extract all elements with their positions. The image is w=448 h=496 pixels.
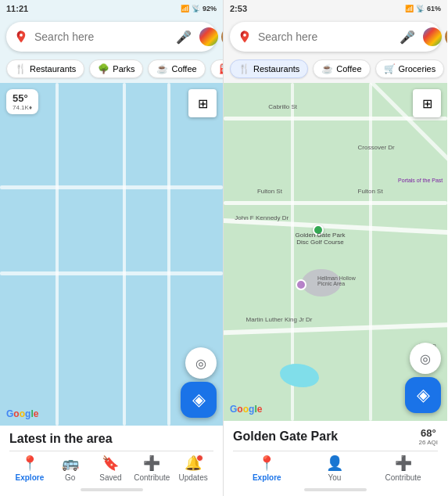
right-search-input[interactable] xyxy=(258,31,395,43)
category-chip-gas[interactable]: ⛽ Gas xyxy=(210,59,223,78)
category-parks-label: Parks xyxy=(113,64,134,74)
left-search-bar[interactable]: 🎤 xyxy=(6,22,217,52)
right-you-label: You xyxy=(328,473,341,482)
right-nav-explore[interactable]: 📍 Explore xyxy=(249,455,284,482)
category-chip-parks[interactable]: 🌳 Parks xyxy=(89,59,143,78)
road-v2 xyxy=(123,83,126,426)
category-chip-restaurants[interactable]: 🍴 Restaurants xyxy=(6,59,84,78)
right-coffee-icon: ☕ xyxy=(321,63,333,74)
right-weather-badge: 68° 26 AQI xyxy=(419,427,438,446)
right-battery-icon: 61% xyxy=(427,5,441,13)
nav-updates[interactable]: 🔔 Updates xyxy=(176,455,210,482)
nav-explore[interactable]: 📍 Explore xyxy=(13,455,47,482)
right-category-chip-groceries[interactable]: 🛒 Groceries xyxy=(375,59,445,78)
go-label: Go xyxy=(65,473,75,482)
right-weather-temp: 68° xyxy=(421,427,436,439)
maps-logo-icon xyxy=(14,30,28,44)
right-you-icon: 👤 xyxy=(326,455,343,472)
left-home-indicator xyxy=(81,488,143,491)
nav-saved[interactable]: 🔖 Saved xyxy=(93,455,127,482)
right-time: 2:53 xyxy=(230,4,247,13)
road-h2 xyxy=(0,271,223,275)
contribute-label: Contribute xyxy=(134,473,170,482)
category-chip-coffee[interactable]: ☕ Coffee xyxy=(148,59,205,78)
right-category-chip-restaurants[interactable]: 🍴 Restaurants xyxy=(230,59,308,78)
right-search-bar[interactable]: 🎤 xyxy=(230,22,441,52)
left-bottom-nav: 📍 Explore 🚌 Go 🔖 Saved ➕ Contribute 🔔 Up… xyxy=(9,451,213,485)
explore-icon: 📍 xyxy=(21,455,38,472)
mlk-label: Martin Luther King Jr Dr xyxy=(246,316,313,323)
right-category-coffee-label: Coffee xyxy=(336,64,361,74)
right-home-indicator xyxy=(304,488,367,491)
latest-title: Latest in the area xyxy=(9,432,213,446)
right-google-logo: Google xyxy=(230,404,262,415)
left-status-icons: 📶 📡 92% xyxy=(181,5,217,13)
right-contribute-label: Contribute xyxy=(385,473,421,482)
left-time: 11:21 xyxy=(6,4,28,13)
right-maps-logo-icon xyxy=(238,30,252,44)
cabrillo-st xyxy=(224,117,447,120)
left-bottom-panel: Latest in the area 📍 Explore 🚌 Go 🔖 Save… xyxy=(0,426,223,496)
left-search-container: 🎤 xyxy=(0,17,223,56)
right-explore-label: Explore xyxy=(253,473,281,482)
nav-go[interactable]: 🚌 Go xyxy=(53,455,88,482)
restaurants-icon: 🍴 xyxy=(15,63,27,74)
right-map-area[interactable]: Cabrillo St Fulton St John F Kennedy Dr … xyxy=(224,83,447,421)
left-locate-button[interactable]: ◎ xyxy=(185,347,217,379)
weather-sub: 74.1K♦ xyxy=(13,104,32,111)
right-lens-icon[interactable] xyxy=(423,27,442,46)
left-map-background: 55° 74.1K♦ ⊞ ◎ ◈ Google xyxy=(0,83,223,426)
lens-icon[interactable] xyxy=(199,27,218,46)
hellman-label: Hellman HollowPicnic Area xyxy=(317,275,356,286)
updates-icon: 🔔 xyxy=(185,455,202,472)
left-layers-button[interactable]: ⊞ xyxy=(188,89,217,117)
mic-icon[interactable]: 🎤 xyxy=(176,30,192,45)
fulton-right-label: Fulton St xyxy=(358,188,383,195)
water-area xyxy=(280,364,319,387)
contribute-icon: ➕ xyxy=(143,455,160,472)
right-avatar[interactable] xyxy=(445,27,447,47)
left-google-logo: Google xyxy=(6,408,38,419)
hellman-marker xyxy=(296,279,306,290)
crossover-label: Crossover Dr xyxy=(358,144,395,151)
left-weather-widget: 55° 74.1K♦ xyxy=(6,89,38,114)
right-category-chip-coffee[interactable]: ☕ Coffee xyxy=(313,59,370,78)
svg-point-0 xyxy=(20,34,23,37)
right-locate-button[interactable]: ◎ xyxy=(410,343,441,374)
fulton-st xyxy=(224,201,447,205)
road-v3 xyxy=(167,83,170,426)
location-name: Golden Gate Park xyxy=(233,430,338,444)
saved-label: Saved xyxy=(99,473,121,482)
left-map-area[interactable]: 55° 74.1K♦ ⊞ ◎ ◈ Google xyxy=(0,83,223,426)
right-explore-icon: 📍 xyxy=(258,455,275,472)
right-nav-button[interactable]: ◈ xyxy=(405,377,441,413)
right-nav-you[interactable]: 👤 You xyxy=(317,455,352,482)
portals-label: Portals of the Past xyxy=(398,178,443,183)
right-signal-icon: 📶 xyxy=(405,5,414,13)
nav-contribute[interactable]: ➕ Contribute xyxy=(134,455,170,482)
left-phone-panel: 11:21 📶 📡 92% 🎤 🍴 Restaurants xyxy=(0,0,224,496)
explore-label: Explore xyxy=(16,473,45,482)
right-layers-button[interactable]: ⊞ xyxy=(413,89,441,117)
right-map-background: Cabrillo St Fulton St John F Kennedy Dr … xyxy=(224,83,447,421)
disc-golf-label: Golden Gate ParkDisc Golf Course xyxy=(296,232,346,246)
saved-icon: 🔖 xyxy=(102,455,119,472)
right-nav-contribute[interactable]: ➕ Contribute xyxy=(385,455,421,482)
right-category-restaurants-label: Restaurants xyxy=(253,64,299,74)
right-phone-panel: 2:53 📶 📡 61% 🎤 🍴 Restaurants xyxy=(224,0,447,496)
right-restaurants-icon: 🍴 xyxy=(238,63,250,74)
right-road-v2 xyxy=(369,83,372,421)
fulton-st-label: Fulton St xyxy=(257,188,282,195)
left-status-bar: 11:21 📶 📡 92% xyxy=(0,0,223,17)
left-nav-button[interactable]: ◈ xyxy=(181,382,217,418)
right-wifi-icon: 📡 xyxy=(416,5,425,13)
kennedy-dr-label: John F Kennedy Dr xyxy=(235,214,289,221)
road-h1 xyxy=(0,185,223,189)
updates-label: Updates xyxy=(178,473,207,482)
right-category-groceries-label: Groceries xyxy=(399,64,436,74)
left-search-input[interactable] xyxy=(34,31,171,43)
category-restaurants-label: Restaurants xyxy=(30,64,76,74)
mlk-jr-dr-road xyxy=(224,322,447,335)
right-mic-icon[interactable]: 🎤 xyxy=(400,30,415,45)
gas-icon: ⛽ xyxy=(219,63,223,74)
